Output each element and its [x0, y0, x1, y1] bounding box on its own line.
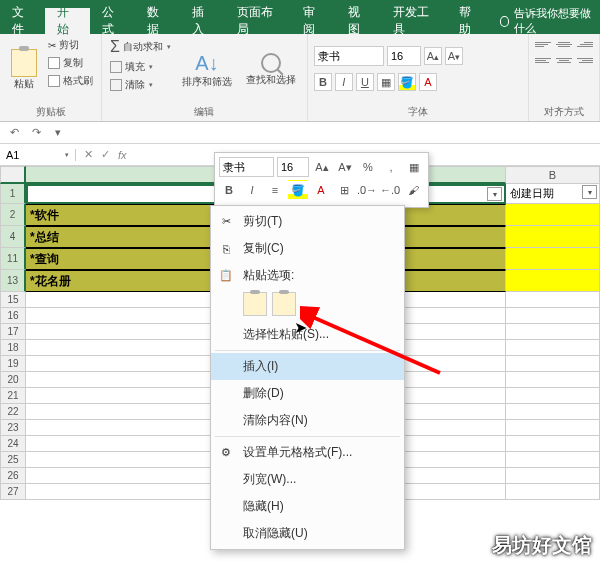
align-right[interactable]	[575, 53, 593, 67]
menu-paste-special[interactable]: 选择性粘贴(S)...	[211, 321, 404, 348]
mini-comma[interactable]: ,	[381, 157, 401, 177]
mini-borders[interactable]: ⊞	[334, 180, 354, 200]
mini-dec-decimal[interactable]: ←.0	[380, 180, 400, 200]
cell-b24[interactable]	[506, 436, 600, 452]
fill-color-button[interactable]: 🪣	[398, 73, 416, 91]
cell-b23[interactable]	[506, 420, 600, 436]
cell-b20[interactable]	[506, 372, 600, 388]
cell-b21[interactable]	[506, 388, 600, 404]
row-header-2[interactable]: 2	[0, 204, 26, 226]
row-header-27[interactable]: 27	[0, 484, 26, 500]
tab-data[interactable]: 数据	[135, 8, 180, 34]
align-center[interactable]	[555, 53, 573, 67]
menu-copy[interactable]: ⎘复制(C)	[211, 235, 404, 262]
mini-font-color[interactable]: A	[311, 180, 331, 200]
row-header-24[interactable]: 24	[0, 436, 26, 452]
font-color-button[interactable]: A	[419, 73, 437, 91]
mini-shrink-font[interactable]: A▾	[335, 157, 355, 177]
copy-button[interactable]: 复制	[46, 55, 95, 71]
bold-button[interactable]: B	[314, 73, 332, 91]
menu-insert[interactable]: 插入(I)	[211, 353, 404, 380]
tab-dev[interactable]: 开发工具	[381, 8, 447, 34]
cell-b26[interactable]	[506, 468, 600, 484]
qat-dropdown[interactable]: ▾	[50, 125, 66, 141]
row-header-4[interactable]: 4	[0, 226, 26, 248]
cell-b16[interactable]	[506, 308, 600, 324]
format-painter-button[interactable]: 格式刷	[46, 73, 95, 89]
underline-button[interactable]: U	[356, 73, 374, 91]
grow-font-button[interactable]: A▴	[424, 47, 442, 65]
name-box[interactable]: A1▾	[0, 149, 76, 161]
mini-percent[interactable]: %	[358, 157, 378, 177]
tab-file[interactable]: 文件	[0, 8, 45, 34]
cell-b27[interactable]	[506, 484, 600, 500]
menu-clear[interactable]: 清除内容(N)	[211, 407, 404, 434]
row-header-16[interactable]: 16	[0, 308, 26, 324]
cell-b11[interactable]	[506, 248, 600, 270]
font-name-select[interactable]	[314, 46, 384, 66]
fill-button[interactable]: 填充▾	[108, 59, 173, 75]
border-button[interactable]: ▦	[377, 73, 395, 91]
align-left[interactable]	[535, 53, 553, 67]
filter-a[interactable]: ▾	[487, 187, 502, 201]
row-header-23[interactable]: 23	[0, 420, 26, 436]
tab-review[interactable]: 审阅	[291, 8, 336, 34]
tab-home[interactable]: 开始	[45, 8, 90, 34]
cell-b19[interactable]	[506, 356, 600, 372]
row-header-18[interactable]: 18	[0, 340, 26, 356]
mini-font-size[interactable]	[277, 157, 309, 177]
cell-b15[interactable]	[506, 292, 600, 308]
cell-b22[interactable]	[506, 404, 600, 420]
align-middle[interactable]	[555, 37, 573, 51]
row-header-26[interactable]: 26	[0, 468, 26, 484]
paste-option-2[interactable]	[272, 292, 296, 316]
tab-help[interactable]: 帮助	[447, 8, 492, 34]
row-header-22[interactable]: 22	[0, 404, 26, 420]
clear-button[interactable]: 清除▾	[108, 77, 173, 93]
row-header-20[interactable]: 20	[0, 372, 26, 388]
qat-undo[interactable]: ↶	[6, 125, 22, 141]
cell-b4[interactable]	[506, 226, 600, 248]
cell-b2[interactable]	[506, 204, 600, 226]
paste-option-1[interactable]	[243, 292, 267, 316]
row-header-15[interactable]: 15	[0, 292, 26, 308]
confirm-icon[interactable]: ✓	[101, 148, 110, 161]
row-header-13[interactable]: 13	[0, 270, 26, 292]
cell-b25[interactable]	[506, 452, 600, 468]
align-bottom[interactable]	[575, 37, 593, 51]
menu-format-cells[interactable]: ⚙设置单元格格式(F)...	[211, 439, 404, 466]
cut-button[interactable]: ✂剪切	[46, 37, 95, 53]
cell-b13[interactable]	[506, 270, 600, 292]
menu-cut[interactable]: ✂剪切(T)	[211, 208, 404, 235]
menu-unhide[interactable]: 取消隐藏(U)	[211, 520, 404, 547]
mini-border[interactable]: ▦	[404, 157, 424, 177]
autosum-button[interactable]: Σ自动求和▾	[108, 37, 173, 57]
row-header-25[interactable]: 25	[0, 452, 26, 468]
shrink-font-button[interactable]: A▾	[445, 47, 463, 65]
align-top[interactable]	[535, 37, 553, 51]
menu-delete[interactable]: 删除(D)	[211, 380, 404, 407]
mini-align[interactable]: ≡	[265, 180, 285, 200]
tab-formulas[interactable]: 公式	[90, 8, 135, 34]
row-header-19[interactable]: 19	[0, 356, 26, 372]
row-header-21[interactable]: 21	[0, 388, 26, 404]
filter-b[interactable]: ▾	[582, 185, 597, 199]
tab-view[interactable]: 视图	[336, 8, 381, 34]
menu-col-width[interactable]: 列宽(W)...	[211, 466, 404, 493]
find-button[interactable]: 查找和选择	[241, 37, 301, 103]
tell-me[interactable]: 告诉我你想要做什么	[500, 6, 600, 36]
select-all-corner[interactable]	[0, 166, 26, 184]
mini-font-name[interactable]	[219, 157, 274, 177]
row-header-17[interactable]: 17	[0, 324, 26, 340]
mini-fill-color[interactable]: 🪣	[288, 180, 308, 200]
cell-b17[interactable]	[506, 324, 600, 340]
menu-hide[interactable]: 隐藏(H)	[211, 493, 404, 520]
cell-b1[interactable]: 创建日期▾	[506, 184, 600, 204]
mini-bold[interactable]: B	[219, 180, 239, 200]
italic-button[interactable]: I	[335, 73, 353, 91]
mini-format-painter[interactable]: 🖌	[403, 180, 423, 200]
tab-insert[interactable]: 插入	[180, 8, 225, 34]
sort-button[interactable]: A↓排序和筛选	[177, 37, 237, 103]
mini-grow-font[interactable]: A▴	[312, 157, 332, 177]
qat-redo[interactable]: ↷	[28, 125, 44, 141]
